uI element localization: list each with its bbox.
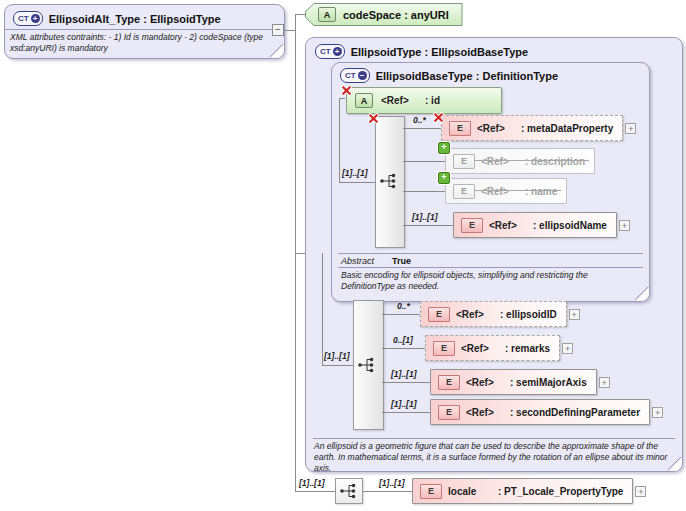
occurrence-label: [1]..[1] [412,212,438,222]
attribute-ref: <Ref> [381,95,425,106]
connector-line [382,382,430,383]
ellipsoidbasetype-annotation: Basic encoding for ellipsoid objects, si… [341,270,641,292]
collapse-icon[interactable]: − [358,71,367,80]
occurrence-label: [1]..[1] [342,168,368,178]
attribute-content: A codeSpace : anyURI [318,3,449,26]
complex-type-letters: CT [18,14,29,23]
attribute-label: codeSpace : anyURI [343,9,449,21]
abstract-row: Abstract True [341,256,411,266]
sequence-icon [357,356,377,378]
complex-type-letters: CT [320,47,331,56]
expand-icon[interactable]: + [333,47,342,56]
occurrence-label: 0..* [397,301,410,311]
add-icon[interactable]: + [438,142,450,154]
connector-line [403,161,445,162]
remove-icon[interactable] [368,110,379,121]
occurrence-label: 0..[1] [393,335,413,345]
expand-icon[interactable]: + [635,486,646,497]
remove-icon[interactable] [433,109,444,120]
root-type-title-row: CT + EllipsoidAlt_Type : EllipsoidType [13,11,221,26]
element-name: : ellipsoidID [500,309,557,320]
element-icon: E [449,121,471,136]
element-metadataproperty[interactable]: E <Ref> : metaDataProperty + [441,115,636,141]
ellipsoidbasetype-title: EllipsoidBaseType : DefinitionType [376,70,558,82]
element-name: : ellipsoidName [533,220,607,231]
element-icon: E [438,405,460,420]
expand-icon[interactable]: + [652,407,663,418]
element-locale[interactable]: E locale : PT_Locale_PropertyType + [412,478,646,504]
element-ref: <Ref> [466,377,510,388]
element-ellipsoidname[interactable]: E <Ref> : ellipsoidName + [453,212,630,238]
element-ref: <Ref> [461,343,505,354]
connector-line [403,191,445,192]
divider [313,438,675,439]
divider [5,29,284,30]
element-name: : PT_Locale_PropertyType [498,486,623,497]
divider [338,267,643,268]
abstract-label: Abstract [341,256,374,266]
element-name-row[interactable]: E <Ref> : name [445,178,567,204]
element-name: : description [525,156,585,167]
connector-line [382,412,430,413]
connector-line [382,348,425,349]
element-remarks[interactable]: E <Ref> : remarks + [425,335,573,361]
occurrence-label: [1]..[1] [391,399,417,409]
ellipsoidtype-annotation: An ellipsoid is a geometric figure that … [314,441,674,474]
connector-line [382,314,420,315]
schema-diagram: CT + EllipsoidAlt_Type : EllipsoidType X… [0,0,686,511]
expand-icon[interactable]: + [619,220,630,231]
element-icon: E [461,218,483,233]
connector-line [295,491,335,492]
element-ref: <Ref> [456,309,500,320]
element-ellipsoidid[interactable]: E <Ref> : ellipsoidID + [420,301,580,327]
divider [338,253,643,254]
element-name: : remarks [505,343,550,354]
element-ref: <Ref> [477,123,521,134]
sequence-icon [339,482,359,500]
element-semimajoraxis[interactable]: E <Ref> : semiMajorAxis + [430,369,610,395]
ellipsoidbasetype-title-row: CT − EllipsoidBaseType : DefinitionType [340,68,558,83]
element-ref: <Ref> [481,186,525,197]
element-label: locale [448,486,498,497]
add-icon[interactable]: + [438,172,450,184]
element-name: : name [525,186,557,197]
element-seconddefiningparameter[interactable]: E <Ref> : secondDefiningParameter + [430,399,663,425]
attribute-name: : id [425,95,440,106]
element-description[interactable]: E <Ref> : description [445,148,595,174]
connector-line [322,253,323,365]
sequence-icon [379,172,399,194]
occurrence-label: [1]..[1] [391,369,417,379]
occurrence-label: [1]..[1] [299,478,325,488]
connector-line [284,30,295,31]
abstract-value: True [392,256,411,266]
complex-type-icon: CT − [340,68,370,83]
expand-icon[interactable]: + [31,14,40,23]
ellipsoidtype-title-row: CT + EllipsoidType : EllipsoidBaseType [315,44,528,59]
complex-type-icon: CT + [315,44,345,59]
expand-icon[interactable]: + [562,343,573,354]
occurrence-label: [1]..[1] [324,351,350,361]
connector-line [322,365,353,366]
collapse-toggle-icon[interactable]: − [272,24,284,36]
element-ref: <Ref> [466,407,510,418]
root-constraints-note: XML attributes contraints: - 1) Id is ma… [10,32,282,54]
element-icon: E [420,484,442,499]
expand-icon[interactable]: + [599,377,610,388]
connector-line [403,225,453,226]
root-type-title: EllipsoidAlt_Type : EllipsoidType [49,13,221,25]
attribute-codespace[interactable]: A codeSpace : anyURI [305,3,463,26]
element-icon: E [453,154,475,169]
complex-type-letters: CT [345,71,356,80]
element-icon: E [453,184,475,199]
sequence-compositor[interactable] [335,478,363,504]
attribute-icon: A [355,93,373,108]
remove-icon[interactable] [341,82,352,93]
expand-icon[interactable]: + [625,123,636,134]
ellipsoidtype-title: EllipsoidType : EllipsoidBaseType [351,46,528,58]
element-name: : semiMajorAxis [510,377,587,388]
element-icon: E [428,307,450,322]
element-name: : metaDataProperty [521,123,613,134]
expand-icon[interactable]: + [569,309,580,320]
connector-line [403,128,441,129]
root-type-box: CT + EllipsoidAlt_Type : EllipsoidType X… [4,4,285,59]
